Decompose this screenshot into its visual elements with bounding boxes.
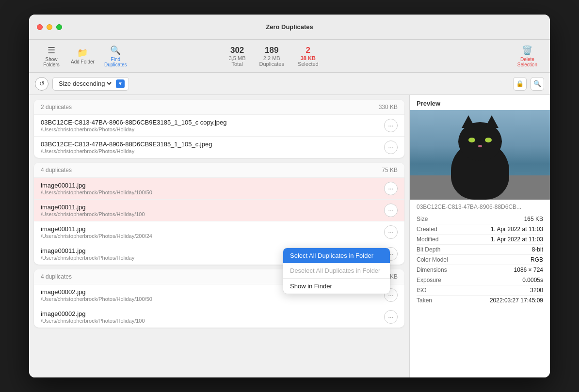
file-path: /Users/christopherbrock/Photos/Holiday/1… <box>41 318 384 324</box>
file-path: /Users/christopherbrock/Photos/Holiday <box>41 126 384 132</box>
cat-nose <box>478 145 482 147</box>
titlebar: Zero Duplicates <box>29 15 550 40</box>
meta-value: 165 KB <box>524 216 543 222</box>
close-button[interactable] <box>37 24 43 30</box>
file-action-button[interactable]: ··· <box>384 225 398 239</box>
file-action-button[interactable]: ··· <box>384 204 398 217</box>
file-info: 03BC12CE-C813-47BA-8906-88D6CB9E3185_1_1… <box>41 141 384 154</box>
file-path: /Users/christopherbrock/Photos/Holiday/1… <box>41 296 384 302</box>
file-row[interactable]: image00002.jpg /Users/christopherbrock/P… <box>34 306 404 328</box>
file-name: 03BC12CE-C813-47BA-8906-88D6CB9E3185_1_1… <box>41 119 384 126</box>
context-show-finder[interactable]: Show in Finder <box>283 279 390 294</box>
file-info: image00011.jpg /Users/christopherbrock/P… <box>41 182 384 195</box>
context-select-all[interactable]: Select All Duplicates in Folder <box>283 248 390 263</box>
group-3-count: 4 duplicates <box>41 273 72 280</box>
show-folders-button[interactable]: ☰ Show Folders <box>37 42 66 70</box>
find-duplicates-button[interactable]: 🔍 Find Duplicates <box>99 42 132 70</box>
file-path: /Users/christopherbrock/Photos/Holiday <box>41 148 384 154</box>
file-path: /Users/christopherbrock/Photos/Holiday/1… <box>41 189 384 195</box>
sort-select[interactable]: Size descending Size ascending Name A-Z … <box>57 79 113 88</box>
meta-key: Created <box>417 226 437 233</box>
file-action-button[interactable]: ··· <box>384 310 398 324</box>
duplicates-stat: 189 2,2 MB Duplicates <box>259 46 284 67</box>
sort-select-wrapper: Size descending Size ascending Name A-Z … <box>52 77 129 91</box>
group-1-header: 2 duplicates 330 KB <box>34 100 404 115</box>
preview-image <box>410 110 550 200</box>
file-path: /Users/christopherbrock/Photos/Holiday/1… <box>41 211 384 217</box>
cat-head <box>458 122 502 161</box>
file-name: image00011.jpg <box>41 204 384 211</box>
list-icon: ☰ <box>48 45 55 56</box>
delete-selection-button[interactable]: 🗑️ Delete Selection <box>513 42 542 70</box>
add-folder-icon: 📁 <box>77 47 88 58</box>
total-label: Total <box>231 61 242 67</box>
total-size: 3,5 MB <box>229 55 246 61</box>
stats-section: 302 3,5 MB Total 189 2,2 MB Duplicates 2… <box>229 46 319 67</box>
meta-row: Taken 2022:03:27 17:45:09 <box>417 296 543 305</box>
minimize-button[interactable] <box>47 24 52 30</box>
group-2-count: 4 duplicates <box>41 167 72 173</box>
meta-key: Color Model <box>417 256 448 263</box>
window-title: Zero Duplicates <box>266 23 313 31</box>
show-folders-label: Show Folders <box>43 57 59 67</box>
file-name: 03BC12CE-C813-47BA-8906-88D6CB9E3185_1_1… <box>41 141 384 148</box>
context-deselect-all[interactable]: Deselect All Duplicates in Folder <box>283 263 390 278</box>
file-name: image00011.jpg <box>41 225 384 233</box>
list-panel[interactable]: 2 duplicates 330 KB 03BC12CE-C813-47BA-8… <box>29 95 409 377</box>
duplicates-label: Duplicates <box>259 61 284 67</box>
selected-size: 38 KB <box>301 55 316 61</box>
meta-value: 8-bit <box>532 246 543 253</box>
group-2-size: 75 KB <box>382 167 398 173</box>
selected-count: 2 <box>306 46 310 55</box>
meta-row: Exposure 0.0005s <box>417 275 543 285</box>
lock-icon-button[interactable]: 🔒 <box>513 77 527 91</box>
group-2-header: 4 duplicates 75 KB <box>34 163 404 178</box>
file-path: /Users/christopherbrock/Photos/Holiday/2… <box>41 233 384 239</box>
meta-value: 1. Apr 2022 at 11:03 <box>491 236 543 243</box>
meta-row: Bit Depth 8-bit <box>417 245 543 255</box>
meta-key: Taken <box>417 297 432 304</box>
file-action-button[interactable]: ··· <box>384 141 398 154</box>
meta-value: 1086 × 724 <box>514 267 543 273</box>
file-info: 03BC12CE-C813-47BA-8906-88D6CB9E3185_1_1… <box>41 119 384 132</box>
file-row[interactable]: image00011.jpg /Users/christopherbrock/P… <box>34 221 404 243</box>
meta-key: Bit Depth <box>417 246 440 253</box>
search-icon-button[interactable]: 🔍 <box>531 77 544 91</box>
selected-stat: 2 38 KB Selected <box>298 46 319 67</box>
cat-eye-right <box>485 138 492 142</box>
add-folder-button[interactable]: 📁 Add Folder <box>66 45 99 67</box>
meta-value: RGB <box>531 256 543 263</box>
meta-key: Modified <box>417 236 438 243</box>
preview-filename: 03BC12CE-C813-47BA-8906-88D6CB... <box>410 200 550 212</box>
preview-header: Preview <box>410 95 550 110</box>
meta-value: 2022:03:27 17:45:09 <box>490 297 543 304</box>
context-menu: Select All Duplicates in Folder Deselect… <box>283 248 390 294</box>
selected-label: Selected <box>298 61 319 67</box>
duplicates-count: 189 <box>265 46 278 55</box>
toolbar-right: 🗑️ Delete Selection <box>513 42 542 70</box>
meta-value: 3200 <box>530 287 543 294</box>
file-info: image00002.jpg /Users/christopherbrock/P… <box>41 310 384 324</box>
group-1-size: 330 KB <box>379 104 398 110</box>
main-area: 2 duplicates 330 KB 03BC12CE-C813-47BA-8… <box>29 95 550 377</box>
preview-meta: Size 165 KB Created 1. Apr 2022 at 11:03… <box>410 212 550 377</box>
search-icon: 🔍 <box>110 45 121 56</box>
meta-row: Size 165 KB <box>417 214 543 224</box>
file-action-button[interactable]: ··· <box>384 119 398 132</box>
sortbar-right: 🔒 🔍 <box>513 77 544 91</box>
file-row-selected[interactable]: image00011.jpg /Users/christopherbrock/P… <box>34 200 404 221</box>
file-row[interactable]: 03BC12CE-C813-47BA-8906-88D6CB9E3185_1_1… <box>34 115 404 137</box>
refresh-button[interactable]: ↺ <box>35 77 48 91</box>
file-row-selected[interactable]: image00011.jpg /Users/christopherbrock/P… <box>34 178 404 200</box>
file-action-button[interactable]: ··· <box>384 182 398 195</box>
meta-key: ISO <box>417 287 427 294</box>
group-1-count: 2 duplicates <box>41 104 72 110</box>
preview-panel: Preview 03BC12CE-C813-47BA-8906-88D6CB..… <box>409 95 550 377</box>
maximize-button[interactable] <box>56 24 62 30</box>
file-row[interactable]: 03BC12CE-C813-47BA-8906-88D6CB9E3185_1_1… <box>34 137 404 158</box>
meta-key: Dimensions <box>417 267 447 273</box>
cat-image-canvas <box>410 110 550 200</box>
duplicate-group-1: 2 duplicates 330 KB 03BC12CE-C813-47BA-8… <box>34 100 404 158</box>
traffic-lights <box>37 24 62 30</box>
meta-row: Dimensions 1086 × 724 <box>417 265 543 275</box>
